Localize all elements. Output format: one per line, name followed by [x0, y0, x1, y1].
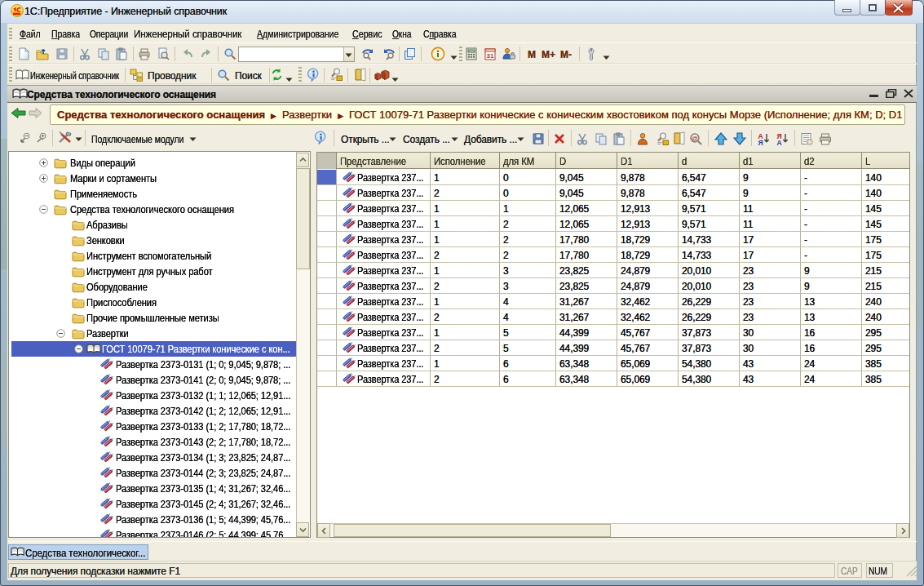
- svg-text:А: А: [776, 139, 781, 146]
- svg-text:Я: Я: [758, 139, 763, 146]
- svg-text:@: @: [692, 135, 698, 142]
- svg-text:31: 31: [487, 52, 494, 60]
